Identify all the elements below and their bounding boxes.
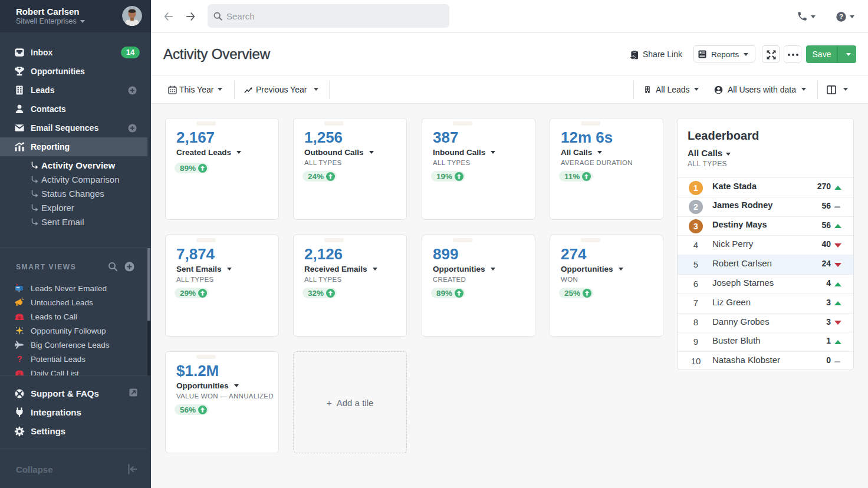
svg-text:?: ? bbox=[839, 13, 843, 20]
